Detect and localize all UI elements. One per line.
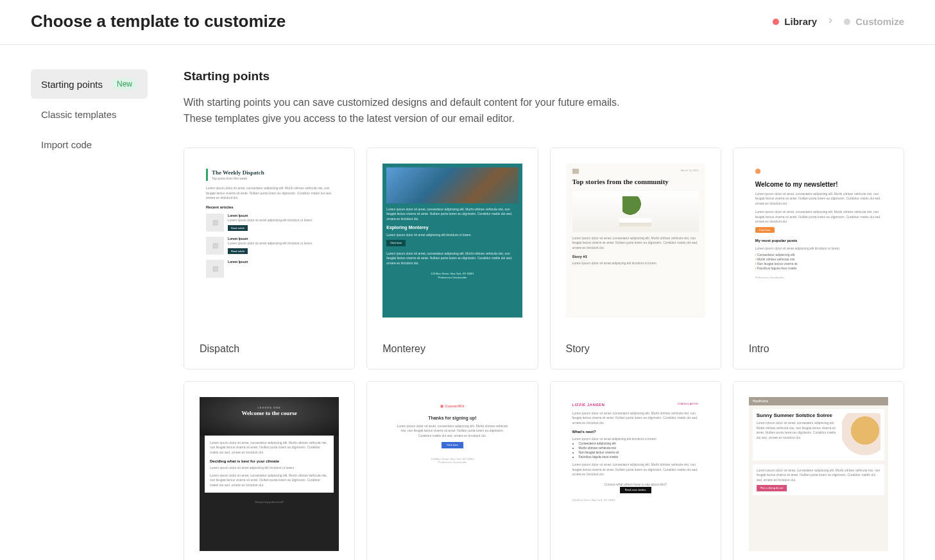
template-card[interactable]: Hawthorne Sunny Summer Solstice Soiree L… [733,381,904,560]
step-library[interactable]: Library [773,16,817,27]
template-name: Monterey [367,333,537,369]
template-card[interactable]: LIZZIE JANSEN COACH & ARTIST Lorem ipsum… [550,381,721,560]
template-preview: Lorem ipsum dolor sit amet, consectetur … [367,148,537,333]
sidebar-item-classic-templates[interactable]: Classic templates [31,100,148,129]
template-card[interactable]: LESSON ONE Welcome to the course Lorem i… [184,381,355,560]
template-name: Intro [733,333,904,369]
step-dot-icon [773,19,779,25]
sidebar-item-import-code[interactable]: Import code [31,130,148,159]
step-dot-icon [844,19,850,25]
logo-icon [572,169,579,174]
hero-image [386,167,518,203]
template-grid: The Weekly Dispatch Top posts from this … [184,148,904,560]
template-preview: Hawthorne Sunny Summer Solstice Soiree L… [733,382,904,560]
step-customize: Customize [844,16,904,27]
template-preview: The Weekly Dispatch Top posts from this … [184,148,354,333]
section-description: With starting points you can save custom… [184,95,904,127]
template-preview: March 14, 2021 Top stories from the comm… [551,148,721,333]
content-area: Starting points With starting points you… [184,69,904,560]
preview-subtitle: Top posts from this week [212,176,332,181]
template-preview: LESSON ONE Welcome to the course Lorem i… [184,382,354,560]
step-label: Customize [855,16,904,27]
preview-heading: The Weekly Dispatch [212,169,332,177]
step-label: Library [784,16,817,27]
sidebar-item-label: Classic templates [41,109,117,120]
sidebar-item-label: Import code [41,139,92,150]
template-name: Dispatch [184,333,354,369]
hero-image [572,191,699,232]
logo-icon: ◉ ConvertKit [389,403,515,409]
page-title: Choose a template to customize [31,12,286,31]
template-preview: Welcome to my newsletter! Lorem ipsum do… [733,148,904,333]
template-card-monterey[interactable]: Lorem ipsum dolor sit amet, consectetur … [366,148,538,369]
template-preview: LIZZIE JANSEN COACH & ARTIST Lorem ipsum… [551,382,721,560]
main-layout: Starting points New Classic templates Im… [0,45,935,560]
image-placeholder-icon: ▧ [206,260,224,278]
image-placeholder-icon: ▧ [206,237,224,255]
page-header: Choose a template to customize Library C… [0,0,935,45]
sidebar: Starting points New Classic templates Im… [31,69,148,560]
new-badge: New [112,78,137,90]
template-name: Story [551,333,721,369]
logo-icon [755,169,760,174]
progress-stepper: Library Customize [773,16,904,27]
template-preview: ◉ ConvertKit Thanks for signing up! Lore… [367,382,537,560]
template-card-dispatch[interactable]: The Weekly Dispatch Top posts from this … [184,148,355,369]
template-card-intro[interactable]: Welcome to my newsletter! Lorem ipsum do… [733,148,904,369]
hero-image [842,413,880,457]
sidebar-item-starting-points[interactable]: Starting points New [31,69,148,99]
sidebar-item-label: Starting points [41,79,103,90]
section-title: Starting points [184,69,904,83]
image-placeholder-icon: ▧ [206,214,224,232]
template-card-story[interactable]: March 14, 2021 Top stories from the comm… [550,148,721,369]
template-card[interactable]: ◉ ConvertKit Thanks for signing up! Lore… [366,381,538,560]
chevron-right-icon [826,16,835,27]
